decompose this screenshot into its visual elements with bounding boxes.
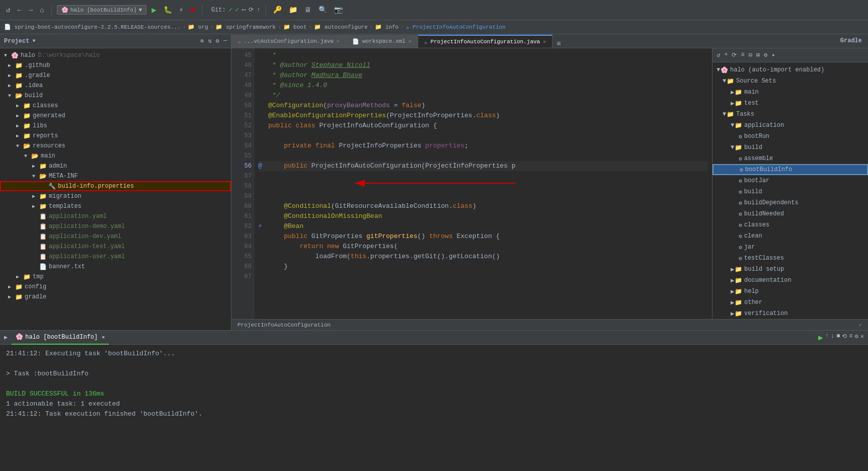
- gradle-jar[interactable]: ⚙ jar: [713, 242, 868, 253]
- run-filter-icon[interactable]: ≡: [849, 333, 852, 343]
- code-editor[interactable]: 45 46 47 48 49 50 51 52 53 54 55 56 57 5…: [231, 48, 712, 319]
- refresh-icon[interactable]: ↺: [4, 5, 12, 15]
- gradle-tasks[interactable]: ▼ 📁 Tasks: [713, 109, 868, 120]
- gradle-assemble[interactable]: ⚙ assemble: [713, 153, 868, 164]
- run-wrap-icon[interactable]: ⟲: [842, 333, 847, 343]
- close-icon[interactable]: ✕: [543, 39, 546, 45]
- breadcrumb-boot[interactable]: 📁 boot: [283, 24, 307, 30]
- tree-github[interactable]: ▶ 📁 .github: [0, 60, 231, 70]
- gradle-classes[interactable]: ⚙ classes: [713, 219, 868, 230]
- align-icon[interactable]: ≡: [741, 51, 744, 59]
- gradle-application-folder[interactable]: ▼ 📁 application: [713, 120, 868, 131]
- gradle-build-task[interactable]: ⚙ build: [713, 186, 868, 197]
- back-icon[interactable]: ←: [15, 5, 23, 15]
- more-icon[interactable]: ✦: [771, 51, 775, 59]
- tree-build[interactable]: ▼ 📂 build: [0, 91, 231, 101]
- gradle-source-sets[interactable]: ▼ 📁 Source Sets: [713, 75, 868, 87]
- tab-more-button[interactable]: ≡: [553, 40, 565, 48]
- tree-idea[interactable]: ▶ 📁 .idea: [0, 81, 231, 91]
- run-stop-icon[interactable]: ■: [836, 333, 840, 343]
- tree-classes[interactable]: ▶ 📁 classes: [0, 101, 231, 111]
- tree-root[interactable]: ▼ 🌸 halo D:\workspace\halo: [0, 50, 231, 60]
- home-icon[interactable]: ⌂: [38, 5, 46, 15]
- run-tab-bootbuildinfo[interactable]: 🌸 halo [bootBuildInfo] ✕: [12, 331, 109, 345]
- tree-gradle-dot[interactable]: ▶ 📁 .gradle: [0, 70, 231, 81]
- gradle-main[interactable]: ▶ 📁 main: [713, 87, 868, 98]
- layout-icon[interactable]: ⇅: [208, 37, 211, 45]
- tab-mvc-autoconfiguration[interactable]: ☕ ...vcAutoConfiguration.java ✕: [231, 35, 346, 48]
- minimize-icon[interactable]: —: [223, 37, 227, 45]
- run-settings-icon[interactable]: ⚙: [855, 333, 858, 343]
- tree-app-yaml[interactable]: 📋 application.yaml: [0, 211, 231, 221]
- file-icon[interactable]: 📁: [287, 5, 299, 15]
- breadcrumb-autoconfigure[interactable]: 📁 autoconfigure: [314, 24, 367, 30]
- camera-icon[interactable]: 📷: [332, 5, 345, 15]
- gradle-bootrun[interactable]: ⚙ bootRun: [713, 131, 868, 142]
- gradle-build-setup-folder[interactable]: ▶ 📁 build setup: [713, 264, 868, 275]
- gradle-documentation-folder[interactable]: ▶ 📁 documentation: [713, 275, 868, 286]
- gradle-verification-folder[interactable]: ▶ 📁 verification: [713, 308, 868, 319]
- run-tab-close[interactable]: ✕: [102, 334, 105, 340]
- debug-button[interactable]: 🐛: [162, 5, 174, 15]
- tree-generated[interactable]: ▶ 📁 generated: [0, 111, 231, 121]
- breadcrumb-class[interactable]: ☕ ProjectInfoAutoConfiguration: [406, 24, 506, 30]
- gradle-test[interactable]: ▶ 📁 test: [713, 98, 868, 109]
- run-close-icon[interactable]: ✕: [860, 333, 864, 343]
- tab-project-info-autoconfiguration[interactable]: ☕ ProjectInfoAutoConfiguration.java ✕: [418, 35, 553, 48]
- search-icon[interactable]: 🔍: [317, 5, 329, 15]
- tab-workspace-xml[interactable]: 📄 workspace.xml ✕: [346, 35, 418, 48]
- gradle-bootjar[interactable]: ⚙ bootJar: [713, 175, 868, 186]
- code-content[interactable]: * * @author Stephane Nicoll * @author Ma…: [254, 48, 712, 319]
- tree-tmp[interactable]: ▶ 📁 tmp: [0, 272, 231, 282]
- breadcrumb-springframework[interactable]: 📁 springframework: [215, 24, 276, 30]
- tree-migration[interactable]: ▶ 📁 migration: [0, 191, 231, 201]
- stop-button[interactable]: ■: [188, 5, 196, 15]
- monitor-icon[interactable]: 🖥: [302, 5, 313, 15]
- breadcrumb-org[interactable]: 📁 org: [188, 24, 208, 30]
- breadcrumb-info[interactable]: 📁 info: [375, 24, 399, 30]
- settings-icon[interactable]: ⚙: [764, 51, 767, 59]
- tree-app-test-yaml[interactable]: 📋 application-test.yaml: [0, 242, 231, 252]
- filter-icon[interactable]: ⊟: [749, 51, 752, 59]
- refresh-icon[interactable]: ↺: [717, 51, 720, 59]
- gradle-bootbuildinfo[interactable]: ⚙ bootBuildInfo: [713, 164, 868, 175]
- tree-app-dev-yaml[interactable]: 📋 application-dev.yaml: [0, 231, 231, 242]
- run-up-icon[interactable]: ↑: [825, 333, 829, 343]
- tree-templates[interactable]: ▶ 📁 templates: [0, 201, 231, 211]
- gradle-buildneeded[interactable]: ⚙ buildNeeded: [713, 208, 868, 219]
- forward-icon[interactable]: →: [27, 5, 35, 15]
- tree-config[interactable]: ▶ 📁 config: [0, 282, 231, 292]
- tree-resources[interactable]: ▼ 📂 resources: [0, 141, 231, 151]
- dropdown-icon[interactable]: ▼: [32, 38, 35, 44]
- tree-app-demo-yaml[interactable]: 📋 application-demo.yaml: [0, 221, 231, 231]
- tree-banner-txt[interactable]: 📄 banner.txt: [0, 262, 231, 272]
- gradle-clean[interactable]: ⚙ clean: [713, 230, 868, 242]
- tree-build-info[interactable]: 🔧 build-info.properties: [0, 181, 231, 191]
- close-icon[interactable]: ✕: [409, 38, 412, 44]
- tree-gradle-folder[interactable]: ▶ 📁 gradle: [0, 292, 231, 302]
- tree-meta-inf[interactable]: ▼ 📂 META-INF: [0, 171, 231, 181]
- expand-icon[interactable]: ⟳: [732, 51, 737, 59]
- run-config-combo[interactable]: 🌸 halo [bootBuildInfo] ▼: [57, 5, 147, 15]
- run-button[interactable]: ▶: [149, 4, 159, 16]
- settings-icon[interactable]: ⚙: [216, 37, 219, 45]
- gradle-testclasses[interactable]: ⚙ testClasses: [713, 253, 868, 264]
- tree-reports[interactable]: ▶ 📁 reports: [0, 131, 231, 141]
- key-icon[interactable]: 🔑: [271, 5, 284, 15]
- tree-main[interactable]: ▼ 📂 main: [0, 151, 231, 161]
- tree-libs[interactable]: ▶ 📁 libs: [0, 121, 231, 131]
- gradle-help-folder[interactable]: ▶ 📁 help: [713, 286, 868, 297]
- close-icon[interactable]: ✕: [337, 38, 340, 44]
- add-icon[interactable]: +: [724, 51, 728, 59]
- gradle-other-folder[interactable]: ▶ 📁 other: [713, 297, 868, 308]
- gradle-builddependents[interactable]: ⚙ buildDependents: [713, 197, 868, 208]
- scope-icon[interactable]: ⊕: [200, 37, 204, 45]
- gradle-root[interactable]: ▼ 🌸 halo (auto-import enabled): [713, 64, 868, 75]
- breadcrumb-source[interactable]: 📄 spring-boot-autoconfigure-2.2.5.RELEAS…: [4, 24, 181, 30]
- attach-button[interactable]: ⚡: [177, 5, 185, 15]
- run-play-icon[interactable]: ▶: [818, 333, 823, 343]
- run-down-icon[interactable]: ↓: [831, 333, 834, 343]
- tree-admin[interactable]: ▶ 📁 admin: [0, 161, 231, 171]
- gradle-build-folder[interactable]: ▼ 📁 build: [713, 142, 868, 153]
- layout-icon[interactable]: ⊞: [756, 51, 760, 59]
